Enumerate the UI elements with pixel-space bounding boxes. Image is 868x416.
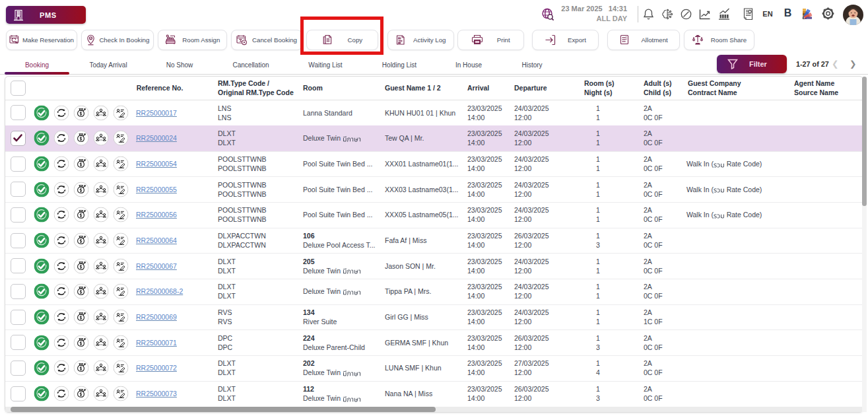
svg-text:LOG: LOG <box>399 37 402 40</box>
